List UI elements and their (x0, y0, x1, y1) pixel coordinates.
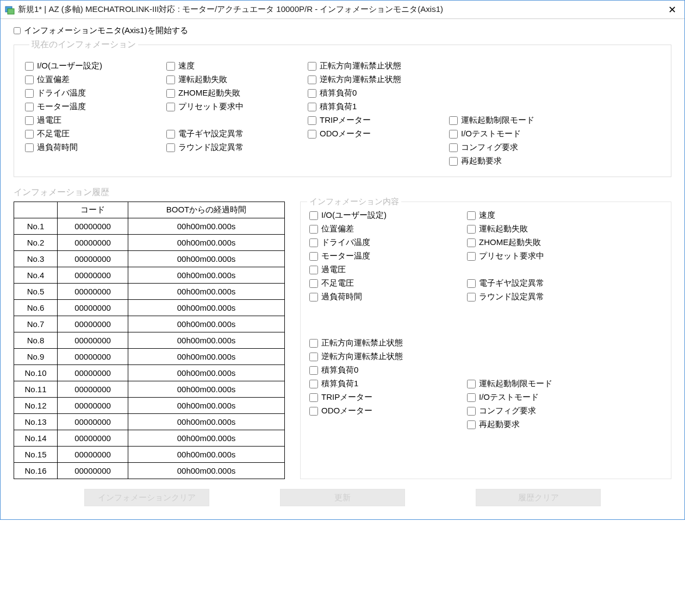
content-area: インフォメーションモニタ(Axis1)を開始する 現在のインフォメーション I/… (1, 19, 684, 519)
refresh-button[interactable]: 更新 (280, 489, 405, 506)
close-icon[interactable]: ✕ (664, 4, 680, 16)
check-item: コンフィグ要求 (467, 404, 608, 418)
cell-no: No.4 (14, 267, 58, 284)
checkbox[interactable] (25, 143, 34, 152)
checkbox[interactable] (166, 89, 175, 98)
checkbox[interactable] (308, 130, 316, 139)
checkbox[interactable] (309, 380, 318, 388)
clear-info-button[interactable]: インフォメーションクリア (84, 489, 209, 506)
table-row[interactable]: No.90000000000h00m00.000s (14, 349, 285, 365)
checkbox-label: TRIPメーター (321, 392, 372, 403)
table-row[interactable]: No.20000000000h00m00.000s (14, 235, 285, 251)
checkbox[interactable] (308, 89, 316, 98)
checkbox[interactable] (309, 211, 318, 220)
checkbox[interactable] (309, 279, 318, 288)
checkbox[interactable] (308, 116, 316, 125)
start-monitor-checkbox[interactable] (14, 27, 21, 34)
checkbox[interactable] (25, 76, 34, 84)
checkbox[interactable] (166, 76, 175, 84)
checkbox[interactable] (467, 420, 476, 429)
table-row[interactable]: No.60000000000h00m00.000s (14, 300, 285, 316)
checkbox[interactable] (166, 143, 175, 152)
table-row[interactable]: No.150000000000h00m00.000s (14, 447, 285, 463)
cell-time: 00h00m00.000s (128, 381, 285, 398)
checkbox[interactable] (467, 393, 476, 402)
table-row[interactable]: No.10000000000h00m00.000s (14, 218, 285, 235)
checkbox[interactable] (467, 225, 476, 234)
checkbox[interactable] (308, 103, 316, 111)
checkbox[interactable] (467, 407, 476, 416)
checkbox[interactable] (25, 89, 34, 98)
cell-code: 00000000 (58, 300, 128, 316)
check-item: 速度 (467, 209, 608, 222)
checkbox[interactable] (467, 211, 476, 220)
table-row[interactable]: No.160000000000h00m00.000s (14, 463, 285, 479)
checkbox[interactable] (449, 116, 458, 125)
checkbox[interactable] (25, 116, 34, 125)
checkbox[interactable] (449, 130, 458, 139)
checkbox[interactable] (309, 366, 318, 375)
checkbox[interactable] (449, 143, 458, 152)
checkbox[interactable] (166, 130, 175, 139)
checkbox[interactable] (308, 76, 316, 84)
check-item: プリセット要求中 (467, 249, 608, 263)
checkbox[interactable] (309, 266, 318, 274)
check-item: I/O(ユーザー設定) (25, 59, 161, 73)
checkbox[interactable] (467, 279, 476, 288)
table-row[interactable]: No.110000000000h00m00.000s (14, 381, 285, 398)
start-monitor-row: インフォメーションモニタ(Axis1)を開始する (14, 26, 671, 36)
check-item: コンフィグ要求 (449, 141, 585, 154)
checkbox[interactable] (309, 252, 318, 261)
cell-no: No.15 (14, 447, 58, 463)
spacer (467, 363, 608, 377)
checkbox[interactable] (309, 407, 318, 416)
checkbox[interactable] (309, 238, 318, 247)
checkbox[interactable] (449, 157, 458, 166)
cell-no: No.3 (14, 251, 58, 267)
checkbox[interactable] (467, 293, 476, 301)
checkbox[interactable] (166, 62, 175, 71)
check-item: 運転起動制限モード (467, 377, 608, 391)
table-row[interactable]: No.120000000000h00m00.000s (14, 398, 285, 414)
check-item: I/Oテストモード (467, 391, 608, 404)
checkbox[interactable] (467, 252, 476, 261)
content-lower-col2: 運転起動制限モードI/Oテストモードコンフィグ要求再起動要求 (467, 336, 608, 431)
cell-code: 00000000 (58, 235, 128, 251)
checkbox[interactable] (467, 380, 476, 388)
checkbox[interactable] (25, 130, 34, 139)
spacer (467, 263, 608, 276)
cell-time: 00h00m00.000s (128, 284, 285, 300)
check-item: 速度 (166, 59, 302, 73)
table-row[interactable]: No.130000000000h00m00.000s (14, 414, 285, 430)
table-row[interactable]: No.140000000000h00m00.000s (14, 430, 285, 447)
table-row[interactable]: No.30000000000h00m00.000s (14, 251, 285, 267)
check-item: ラウンド設定異常 (467, 290, 608, 304)
checkbox[interactable] (309, 293, 318, 301)
table-row[interactable]: No.40000000000h00m00.000s (14, 267, 285, 284)
checkbox-label: ZHOME起動失敗 (479, 237, 541, 248)
cell-code: 00000000 (58, 463, 128, 479)
checkbox[interactable] (309, 393, 318, 402)
table-row[interactable]: No.50000000000h00m00.000s (14, 284, 285, 300)
checkbox[interactable] (467, 238, 476, 247)
checkbox-label: 位置偏差 (321, 224, 354, 234)
check-item: 電子ギヤ設定異常 (467, 276, 608, 290)
cell-code: 00000000 (58, 251, 128, 267)
checkbox-label: 積算負荷1 (321, 379, 358, 389)
table-row[interactable]: No.100000000000h00m00.000s (14, 365, 285, 381)
checkbox[interactable] (309, 339, 318, 348)
table-row[interactable]: No.80000000000h00m00.000s (14, 332, 285, 349)
checkbox[interactable] (166, 103, 175, 111)
checkbox[interactable] (308, 62, 316, 71)
info-content-legend: インフォメーション内容 (307, 197, 401, 207)
cell-time: 00h00m00.000s (128, 218, 285, 235)
check-item: 逆転方向運転禁止状態 (308, 73, 444, 86)
checkbox[interactable] (309, 353, 318, 361)
clear-history-button[interactable]: 履歴クリア (476, 489, 601, 506)
table-row[interactable]: No.70000000000h00m00.000s (14, 316, 285, 332)
checkbox[interactable] (309, 225, 318, 234)
checkbox[interactable] (25, 103, 34, 111)
check-item: モーター温度 (309, 249, 451, 263)
checkbox[interactable] (25, 62, 34, 71)
cell-no: No.16 (14, 463, 58, 479)
